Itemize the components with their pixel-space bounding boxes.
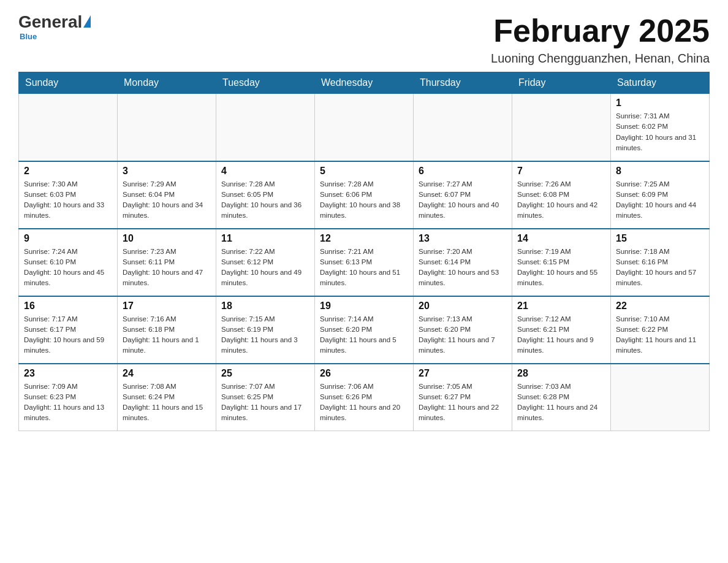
calendar-week-row: 1Sunrise: 7:31 AMSunset: 6:02 PMDaylight… (19, 94, 710, 161)
table-row: 19Sunrise: 7:14 AMSunset: 6:20 PMDayligh… (315, 296, 414, 364)
day-info: Sunrise: 7:20 AMSunset: 6:14 PMDaylight:… (419, 247, 507, 289)
table-row: 28Sunrise: 7:03 AMSunset: 6:28 PMDayligh… (512, 364, 611, 431)
day-number: 7 (517, 166, 605, 177)
table-row: 24Sunrise: 7:08 AMSunset: 6:24 PMDayligh… (118, 364, 216, 431)
day-info: Sunrise: 7:15 AMSunset: 6:19 PMDaylight:… (221, 314, 309, 356)
day-number: 19 (320, 301, 408, 312)
table-row (19, 94, 118, 161)
day-number: 17 (123, 301, 211, 312)
table-row: 14Sunrise: 7:19 AMSunset: 6:15 PMDayligh… (512, 229, 611, 296)
day-number: 23 (24, 368, 112, 379)
day-info: Sunrise: 7:24 AMSunset: 6:10 PMDaylight:… (24, 247, 112, 289)
day-info: Sunrise: 7:05 AMSunset: 6:27 PMDaylight:… (419, 381, 507, 424)
table-row: 11Sunrise: 7:22 AMSunset: 6:12 PMDayligh… (216, 229, 315, 296)
table-row: 18Sunrise: 7:15 AMSunset: 6:19 PMDayligh… (216, 296, 315, 364)
day-number: 20 (419, 301, 507, 312)
table-row: 8Sunrise: 7:25 AMSunset: 6:09 PMDaylight… (611, 161, 710, 229)
table-row: 5Sunrise: 7:28 AMSunset: 6:06 PMDaylight… (315, 161, 414, 229)
day-info: Sunrise: 7:30 AMSunset: 6:03 PMDaylight:… (24, 179, 112, 221)
table-row: 3Sunrise: 7:29 AMSunset: 6:04 PMDaylight… (118, 161, 216, 229)
logo-triangle-icon (83, 15, 91, 28)
day-number: 8 (616, 166, 704, 177)
table-row: 7Sunrise: 7:26 AMSunset: 6:08 PMDaylight… (512, 161, 611, 229)
day-info: Sunrise: 7:14 AMSunset: 6:20 PMDaylight:… (320, 314, 408, 356)
calendar-week-row: 23Sunrise: 7:09 AMSunset: 6:23 PMDayligh… (19, 364, 710, 431)
table-row: 20Sunrise: 7:13 AMSunset: 6:20 PMDayligh… (414, 296, 512, 364)
table-row: 26Sunrise: 7:06 AMSunset: 6:26 PMDayligh… (315, 364, 414, 431)
day-number: 28 (517, 368, 605, 379)
day-number: 12 (320, 233, 408, 244)
day-number: 2 (24, 166, 112, 177)
day-info: Sunrise: 7:27 AMSunset: 6:07 PMDaylight:… (419, 179, 507, 221)
table-row (512, 94, 611, 161)
day-info: Sunrise: 7:28 AMSunset: 6:05 PMDaylight:… (221, 179, 309, 221)
day-info: Sunrise: 7:25 AMSunset: 6:09 PMDaylight:… (616, 179, 704, 221)
day-number: 5 (320, 166, 408, 177)
col-saturday: Saturday (611, 72, 710, 94)
day-number: 16 (24, 301, 112, 312)
day-number: 1 (616, 98, 704, 109)
day-info: Sunrise: 7:26 AMSunset: 6:08 PMDaylight:… (517, 179, 605, 221)
table-row: 4Sunrise: 7:28 AMSunset: 6:05 PMDaylight… (216, 161, 315, 229)
day-number: 10 (123, 233, 211, 244)
col-thursday: Thursday (414, 72, 512, 94)
logo: General Blue (18, 12, 91, 41)
day-info: Sunrise: 7:13 AMSunset: 6:20 PMDaylight:… (419, 314, 507, 356)
day-info: Sunrise: 7:28 AMSunset: 6:06 PMDaylight:… (320, 179, 408, 221)
col-tuesday: Tuesday (216, 72, 315, 94)
table-row: 9Sunrise: 7:24 AMSunset: 6:10 PMDaylight… (19, 229, 118, 296)
calendar-header-row: Sunday Monday Tuesday Wednesday Thursday… (19, 72, 710, 94)
day-info: Sunrise: 7:29 AMSunset: 6:04 PMDaylight:… (123, 179, 211, 221)
table-row (216, 94, 315, 161)
day-number: 3 (123, 166, 211, 177)
table-row (414, 94, 512, 161)
calendar-subtitle: Luoning Chengguanzhen, Henan, China (491, 52, 710, 66)
table-row: 22Sunrise: 7:10 AMSunset: 6:22 PMDayligh… (611, 296, 710, 364)
table-row: 16Sunrise: 7:17 AMSunset: 6:17 PMDayligh… (19, 296, 118, 364)
day-number: 14 (517, 233, 605, 244)
table-row: 10Sunrise: 7:23 AMSunset: 6:11 PMDayligh… (118, 229, 216, 296)
day-number: 26 (320, 368, 408, 379)
calendar-table: Sunday Monday Tuesday Wednesday Thursday… (18, 72, 710, 431)
col-friday: Friday (512, 72, 611, 94)
table-row (315, 94, 414, 161)
day-number: 13 (419, 233, 507, 244)
day-info: Sunrise: 7:12 AMSunset: 6:21 PMDaylight:… (517, 314, 605, 356)
logo-general: General (18, 12, 82, 32)
table-row: 13Sunrise: 7:20 AMSunset: 6:14 PMDayligh… (414, 229, 512, 296)
day-number: 15 (616, 233, 704, 244)
day-number: 4 (221, 166, 309, 177)
day-info: Sunrise: 7:09 AMSunset: 6:23 PMDaylight:… (24, 381, 112, 424)
day-number: 9 (24, 233, 112, 244)
day-info: Sunrise: 7:16 AMSunset: 6:18 PMDaylight:… (123, 314, 211, 356)
day-info: Sunrise: 7:06 AMSunset: 6:26 PMDaylight:… (320, 381, 408, 424)
day-info: Sunrise: 7:10 AMSunset: 6:22 PMDaylight:… (616, 314, 704, 356)
table-row: 15Sunrise: 7:18 AMSunset: 6:16 PMDayligh… (611, 229, 710, 296)
calendar-week-row: 9Sunrise: 7:24 AMSunset: 6:10 PMDaylight… (19, 229, 710, 296)
day-info: Sunrise: 7:31 AMSunset: 6:02 PMDaylight:… (616, 111, 704, 153)
day-info: Sunrise: 7:17 AMSunset: 6:17 PMDaylight:… (24, 314, 112, 356)
table-row: 6Sunrise: 7:27 AMSunset: 6:07 PMDaylight… (414, 161, 512, 229)
table-row: 27Sunrise: 7:05 AMSunset: 6:27 PMDayligh… (414, 364, 512, 431)
calendar-week-row: 2Sunrise: 7:30 AMSunset: 6:03 PMDaylight… (19, 161, 710, 229)
day-number: 21 (517, 301, 605, 312)
table-row: 23Sunrise: 7:09 AMSunset: 6:23 PMDayligh… (19, 364, 118, 431)
day-number: 27 (419, 368, 507, 379)
day-info: Sunrise: 7:03 AMSunset: 6:28 PMDaylight:… (517, 381, 605, 424)
day-number: 11 (221, 233, 309, 244)
day-info: Sunrise: 7:22 AMSunset: 6:12 PMDaylight:… (221, 247, 309, 289)
calendar-title: February 2025 (491, 12, 710, 49)
day-info: Sunrise: 7:23 AMSunset: 6:11 PMDaylight:… (123, 247, 211, 289)
day-info: Sunrise: 7:18 AMSunset: 6:16 PMDaylight:… (616, 247, 704, 289)
day-info: Sunrise: 7:19 AMSunset: 6:15 PMDaylight:… (517, 247, 605, 289)
table-row: 12Sunrise: 7:21 AMSunset: 6:13 PMDayligh… (315, 229, 414, 296)
col-sunday: Sunday (19, 72, 118, 94)
col-wednesday: Wednesday (315, 72, 414, 94)
day-number: 25 (221, 368, 309, 379)
day-info: Sunrise: 7:07 AMSunset: 6:25 PMDaylight:… (221, 381, 309, 424)
calendar-week-row: 16Sunrise: 7:17 AMSunset: 6:17 PMDayligh… (19, 296, 710, 364)
day-number: 6 (419, 166, 507, 177)
day-number: 18 (221, 301, 309, 312)
day-info: Sunrise: 7:21 AMSunset: 6:13 PMDaylight:… (320, 247, 408, 289)
page-header: General Blue February 2025 Luoning Cheng… (18, 12, 710, 66)
